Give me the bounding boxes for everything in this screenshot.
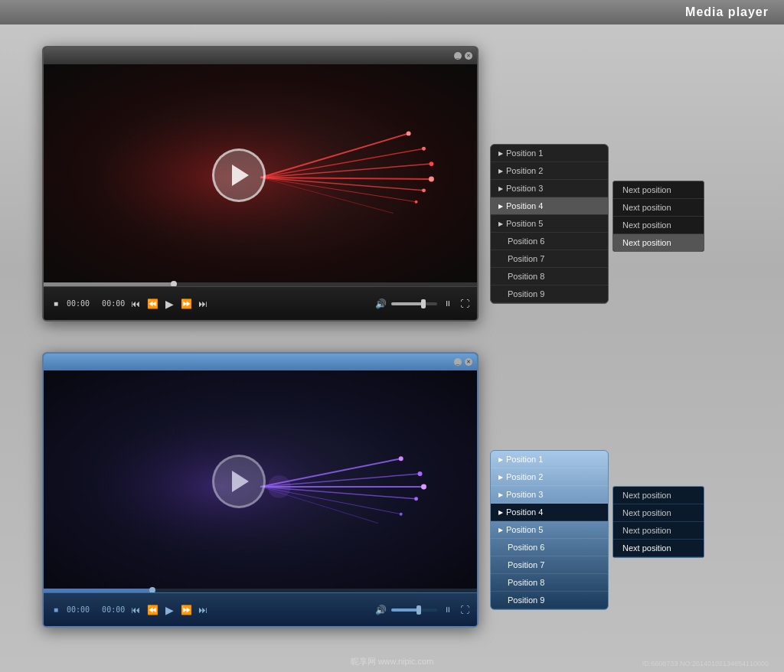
item-label: Position 9 xyxy=(498,595,544,605)
item-label: Position 4 xyxy=(506,507,543,517)
item-label: Position 8 xyxy=(498,272,544,281)
svg-point-8 xyxy=(407,131,411,135)
arrow-icon: ▶ xyxy=(498,150,503,157)
ctx-item-1[interactable]: Next position xyxy=(613,181,704,199)
item-label: Position 6 xyxy=(498,543,544,552)
player1-item-2[interactable]: ▶ Position 2 xyxy=(491,162,608,180)
player2-controls: ■ 00:00 00:00 ⏮ ⏪ ▶ ⏩ ⏭ 🔊 ⏸ ⛶ xyxy=(44,592,477,626)
fast-forward-btn2[interactable]: ⏩ xyxy=(180,605,192,615)
item-label: Position 1 xyxy=(506,455,543,464)
player1-item-6[interactable]: Position 6 xyxy=(491,233,608,250)
arrow-icon: ▶ xyxy=(498,168,503,175)
rewind-btn2[interactable]: ⏪ xyxy=(146,605,158,615)
player2-item-4[interactable]: ▶ Position 4 xyxy=(491,504,608,521)
skip-back-btn2[interactable]: ⏮ xyxy=(129,605,142,615)
rewind-btn[interactable]: ⏪ xyxy=(146,298,158,309)
skip-fwd-btn[interactable]: ⏭ xyxy=(197,298,209,309)
svg-line-2 xyxy=(260,148,423,178)
pause-small-btn[interactable]: ⏸ xyxy=(442,299,454,308)
svg-point-25 xyxy=(400,513,403,516)
player2-volume[interactable] xyxy=(391,608,437,612)
svg-line-7 xyxy=(260,178,394,214)
player2-item-2[interactable]: ▶ Position 2 xyxy=(491,468,608,486)
app-title: Media player xyxy=(685,5,769,19)
item-label: Position 1 xyxy=(506,148,543,158)
player1-item-1[interactable]: ▶ Position 1 xyxy=(491,145,608,162)
ctx-item-b2[interactable]: Next position xyxy=(613,504,704,522)
player1-item-3[interactable]: ▶ Position 3 xyxy=(491,180,608,197)
svg-point-22 xyxy=(418,471,423,476)
svg-line-1 xyxy=(260,133,409,178)
player2-item-3[interactable]: ▶ Position 3 xyxy=(491,486,608,504)
player2-item-5[interactable]: ▶ Position 5 xyxy=(491,521,608,539)
player1-playlist: ▶ Position 1 ▶ Position 2 ▶ Position 3 ▶… xyxy=(490,144,609,304)
player1-total-time: 00:00 xyxy=(102,299,125,308)
player1-window: _ ✕ xyxy=(42,46,479,321)
arrow-icon: ▶ xyxy=(498,203,503,210)
player2-current-time: 00:00 xyxy=(67,605,90,614)
player1-item-4[interactable]: ▶ Position 4 xyxy=(491,197,608,215)
player2-item-8[interactable]: Position 8 xyxy=(491,574,608,592)
item-label: Position 5 xyxy=(506,525,543,534)
arrow-icon: ▶ xyxy=(498,456,503,463)
stop-btn2[interactable]: ■ xyxy=(50,605,62,614)
player1-context-menu: Next position Next position Next positio… xyxy=(612,181,704,252)
item-label: Position 3 xyxy=(506,184,543,193)
player2-video xyxy=(44,370,477,592)
volume-icon[interactable]: 🔊 xyxy=(374,298,387,309)
item-label: Position 7 xyxy=(498,254,544,263)
item-label: Position 4 xyxy=(506,201,543,210)
arrow-icon: ▶ xyxy=(498,220,503,227)
player2-item-7[interactable]: Position 7 xyxy=(491,556,608,574)
item-label: Position 3 xyxy=(506,490,543,499)
player2-playlist: ▶ Position 1 ▶ Position 2 ▶ Position 3 ▶… xyxy=(490,450,609,610)
ctx-item-b1[interactable]: Next position xyxy=(613,487,704,504)
svg-line-5 xyxy=(260,178,423,191)
svg-point-13 xyxy=(415,201,418,204)
volume-icon2[interactable]: 🔊 xyxy=(374,605,387,615)
player2-item-1[interactable]: ▶ Position 1 xyxy=(491,451,608,468)
watermark: 昵享网 www.nipic.com xyxy=(351,656,434,667)
arrow-icon: ▶ xyxy=(498,527,503,533)
ctx-item-2[interactable]: Next position xyxy=(613,199,704,217)
player1-play-btn[interactable] xyxy=(212,148,266,202)
player2-item-6[interactable]: Position 6 xyxy=(491,539,608,556)
skip-fwd-btn2[interactable]: ⏭ xyxy=(197,605,209,615)
close-btn2[interactable]: ✕ xyxy=(465,358,472,366)
play-icon xyxy=(232,165,249,186)
item-label: Position 9 xyxy=(498,289,544,298)
play-pause-btn[interactable]: ▶ xyxy=(163,298,175,310)
arrow-icon: ▶ xyxy=(498,509,503,516)
item-label: Position 6 xyxy=(498,237,544,246)
fullscreen-btn2[interactable]: ⛶ xyxy=(459,605,471,615)
svg-line-3 xyxy=(260,164,431,178)
play-pause-btn2[interactable]: ▶ xyxy=(163,604,175,616)
item-label: Position 2 xyxy=(506,166,543,175)
item-label: Position 7 xyxy=(498,560,544,569)
ctx-item-4[interactable]: Next position xyxy=(613,234,704,251)
skip-back-btn[interactable]: ⏮ xyxy=(129,298,142,309)
player2-play-btn[interactable] xyxy=(212,455,266,508)
fullscreen-btn[interactable]: ⛶ xyxy=(459,298,471,309)
svg-point-9 xyxy=(422,147,426,151)
pause-small-btn2[interactable]: ⏸ xyxy=(442,605,454,614)
close-btn[interactable]: ✕ xyxy=(465,52,472,60)
item-label: Position 5 xyxy=(506,219,543,228)
svg-line-19 xyxy=(260,487,401,514)
player1-item-9[interactable]: Position 9 xyxy=(491,285,608,303)
player1-controls: ■ 00:00 00:00 ⏮ ⏪ ▶ ⏩ ⏭ 🔊 ⏸ ⛶ xyxy=(44,286,477,320)
minimize-btn2[interactable]: _ xyxy=(454,358,462,366)
player2-total-time: 00:00 xyxy=(102,605,125,614)
ctx-item-b3[interactable]: Next position xyxy=(613,522,704,540)
svg-line-16 xyxy=(260,474,420,487)
stop-btn[interactable]: ■ xyxy=(50,299,62,308)
player2-item-9[interactable]: Position 9 xyxy=(491,592,608,609)
ctx-item-b4[interactable]: Next position xyxy=(613,540,704,557)
minimize-btn[interactable]: _ xyxy=(454,52,462,60)
player1-item-8[interactable]: Position 8 xyxy=(491,268,608,285)
player1-item-7[interactable]: Position 7 xyxy=(491,250,608,268)
player1-volume[interactable] xyxy=(391,302,437,305)
player1-item-5[interactable]: ▶ Position 5 xyxy=(491,215,608,233)
fast-forward-btn[interactable]: ⏩ xyxy=(180,298,192,309)
ctx-item-3[interactable]: Next position xyxy=(613,217,704,234)
